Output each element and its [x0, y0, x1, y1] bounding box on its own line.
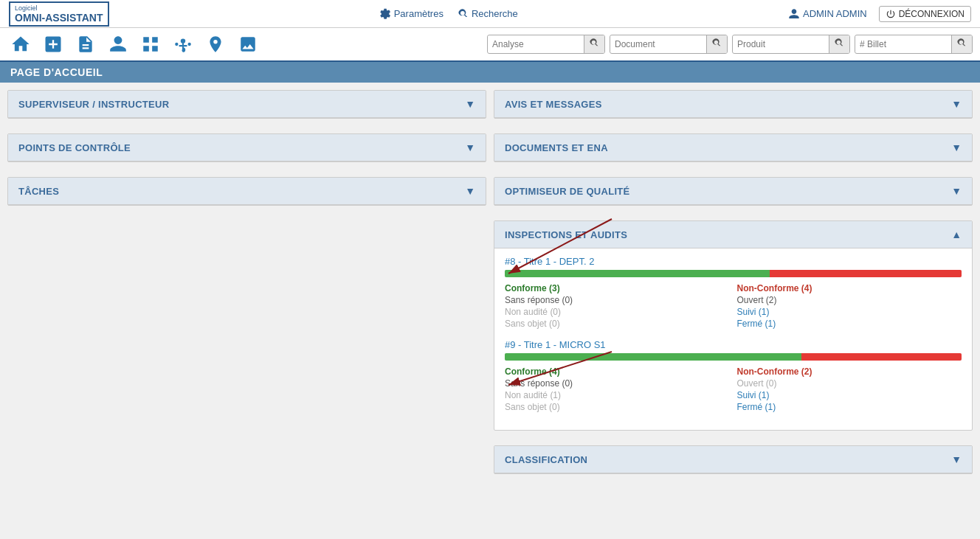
stat-non-audite-1: Non audité (0) — [505, 307, 730, 317]
stat-non-conforme-2: Non-Conforme (2) — [737, 366, 962, 377]
stat-conforme-1: Conforme (3) — [505, 283, 730, 293]
stat-suivi-1: Suivi (1) — [737, 307, 962, 317]
panel-taches: TÂCHES ▼ — [7, 177, 486, 206]
stat-ouvert-2: Ouvert (0) — [737, 378, 962, 389]
nav-toolbar — [0, 28, 980, 62]
stat-sans-objet-2: Sans objet (0) — [505, 402, 730, 412]
document-input[interactable] — [610, 36, 706, 52]
panel-points-controle: POINTS DE CONTRÔLE ▼ — [7, 133, 486, 162]
chevron-down-icon-documents: ▼ — [951, 142, 962, 153]
gear-icon — [379, 8, 391, 20]
search-icon-produit — [835, 38, 844, 48]
params-label: Paramètres — [394, 8, 444, 19]
recherche-link[interactable]: Recherche — [458, 8, 518, 19]
inspection-1-stats: Conforme (3) Non-Conforme (4) Sans répon… — [505, 283, 962, 329]
stat-ouvert-1: Ouvert (2) — [737, 295, 962, 305]
analyse-search-button[interactable] — [584, 35, 604, 53]
panel-superviseur-header[interactable]: SUPERVISEUR / INSTRUCTEUR ▼ — [8, 91, 486, 118]
inspection-2-stats: Conforme (4) Non-Conforme (2) Sans répon… — [505, 366, 962, 412]
nav-location-icon[interactable] — [202, 31, 229, 58]
nav-home-icon[interactable] — [7, 31, 34, 58]
stat-sans-reponse-2: Sans réponse (0) — [505, 378, 730, 389]
search-icon-billet — [957, 38, 967, 48]
inspection-1-progress-bar — [505, 270, 962, 277]
chevron-down-icon-superviseur: ▼ — [465, 98, 475, 110]
nav-person-icon[interactable] — [105, 31, 131, 58]
page-title: PAGE D'ACCUEIL — [0, 62, 980, 83]
main-content: SUPERVISEUR / INSTRUCTEUR ▼ POINTS DE CO… — [0, 83, 980, 489]
svg-point-1 — [188, 43, 191, 46]
left-column: SUPERVISEUR / INSTRUCTEUR ▼ POINTS DE CO… — [7, 90, 486, 481]
chevron-up-icon-inspections: ▲ — [951, 229, 962, 240]
user-icon — [788, 8, 800, 20]
billet-input[interactable] — [855, 36, 951, 52]
panel-points-controle-header[interactable]: POINTS DE CONTRÔLE ▼ — [8, 134, 486, 161]
top-bar: Logiciel OMNI-ASSISTANT Paramètres Reche… — [0, 0, 980, 28]
nav-photo-icon[interactable] — [235, 31, 261, 58]
panel-classification-title: CLASSIFICATION — [505, 454, 587, 465]
produit-search-box — [732, 35, 850, 54]
user-area: ADMIN ADMIN — [788, 8, 867, 20]
inspection-1-progress-red — [770, 270, 962, 277]
panel-taches-header[interactable]: TÂCHES ▼ — [8, 178, 486, 205]
billet-search-box — [855, 35, 973, 54]
chevron-down-icon-optimiseur: ▼ — [951, 185, 962, 197]
stat-non-conforme-1: Non-Conforme (4) — [737, 283, 962, 293]
search-icon-document — [712, 38, 722, 48]
document-search-box — [610, 35, 728, 54]
search-icon-analyse — [590, 38, 599, 48]
panel-inspections-header[interactable]: INSPECTIONS ET AUDITS ▲ — [494, 221, 972, 248]
panel-documents-ena: DOCUMENTS ET ENA ▼ — [494, 133, 973, 162]
logo-small-text: Logiciel — [15, 4, 103, 12]
panel-optimiseur: OPTIMISEUR DE QUALITÉ ▼ — [494, 177, 973, 206]
panel-optimiseur-title: OPTIMISEUR DE QUALITÉ — [505, 186, 630, 197]
panel-avis-messages-title: AVIS ET MESSAGES — [505, 99, 602, 110]
inspection-1-title[interactable]: #8 - Titre 1 - DEPT. 2 — [505, 256, 962, 267]
panel-documents-ena-header[interactable]: DOCUMENTS ET ENA ▼ — [494, 134, 972, 161]
inspection-1-progress-green — [505, 270, 770, 277]
right-column: AVIS ET MESSAGES ▼ DOCUMENTS ET ENA ▼ OP… — [494, 90, 973, 481]
panel-optimiseur-header[interactable]: OPTIMISEUR DE QUALITÉ ▼ — [494, 178, 972, 205]
search-icon-top — [458, 9, 469, 19]
document-search-button[interactable] — [706, 35, 727, 53]
panel-taches-title: TÂCHES — [18, 186, 59, 197]
panel-avis-messages-header[interactable]: AVIS ET MESSAGES ▼ — [494, 91, 972, 118]
stat-sans-reponse-1: Sans réponse (0) — [505, 295, 730, 305]
panel-inspections-body: #8 - Titre 1 - DEPT. 2 Conforme (3) Non-… — [494, 248, 972, 430]
search-group — [487, 35, 973, 54]
user-name: ADMIN ADMIN — [803, 8, 867, 19]
inspection-2-title[interactable]: #9 - Titre 1 - MICRO S1 — [505, 339, 962, 350]
stat-suivi-2: Suivi (1) — [737, 390, 962, 400]
panel-classification-header[interactable]: CLASSIFICATION ▼ — [494, 446, 972, 473]
panel-classification: CLASSIFICATION ▼ — [494, 445, 973, 474]
stat-sans-objet-1: Sans objet (0) — [505, 319, 730, 329]
inspection-item-1: #8 - Titre 1 - DEPT. 2 Conforme (3) Non-… — [505, 256, 962, 329]
stat-non-audite-2: Non audité (1) — [505, 390, 730, 400]
recherche-label: Recherche — [472, 8, 518, 19]
nav-grid-icon[interactable] — [137, 31, 164, 58]
produit-search-button[interactable] — [829, 35, 849, 53]
stat-ferme-2: Fermé (1) — [737, 402, 962, 412]
inspection-2-progress-bar — [505, 353, 962, 361]
logo: Logiciel OMNI-ASSISTANT — [9, 1, 109, 27]
panel-superviseur-title: SUPERVISEUR / INSTRUCTEUR — [18, 99, 169, 110]
analyse-input[interactable] — [488, 36, 584, 52]
params-link[interactable]: Paramètres — [379, 8, 444, 20]
analyse-search-box — [487, 35, 605, 54]
stat-ferme-1: Fermé (1) — [737, 319, 962, 329]
nav-network-icon[interactable] — [170, 31, 196, 58]
power-icon — [886, 9, 896, 19]
nav-document-icon[interactable] — [72, 31, 99, 58]
produit-input[interactable] — [733, 36, 829, 52]
chevron-down-icon-points: ▼ — [465, 142, 475, 153]
nav-medical-icon[interactable] — [40, 31, 66, 58]
billet-search-button[interactable] — [951, 35, 972, 53]
chevron-down-icon-taches: ▼ — [465, 185, 475, 197]
svg-point-0 — [175, 43, 178, 46]
top-right: ADMIN ADMIN DÉCONNEXION — [788, 6, 971, 22]
logout-label: DÉCONNEXION — [899, 9, 965, 19]
top-center-links: Paramètres Recherche — [379, 8, 518, 20]
logout-button[interactable]: DÉCONNEXION — [879, 6, 971, 22]
inspection-item-2: #9 - Titre 1 - MICRO S1 Conforme (4) Non… — [505, 339, 962, 412]
panel-avis-messages: AVIS ET MESSAGES ▼ — [494, 90, 973, 119]
